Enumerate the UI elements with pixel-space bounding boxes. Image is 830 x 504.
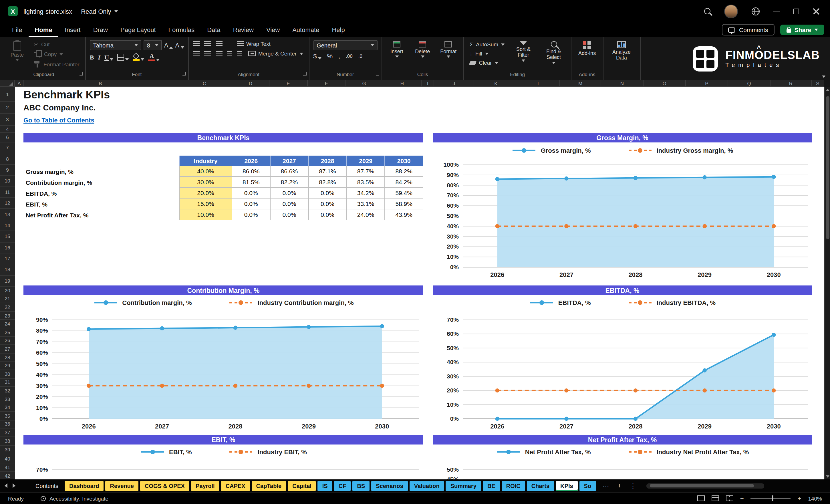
fill-button[interactable]: ↓Fill — [468, 50, 506, 57]
sheet-tab-be[interactable]: BE — [483, 481, 500, 491]
row-header-29[interactable]: 29 — [0, 362, 15, 370]
column-header-b[interactable]: B — [24, 80, 177, 86]
row-header-2[interactable]: 2 — [0, 102, 15, 114]
copy-button[interactable]: Copy — [32, 50, 81, 58]
column-header-e[interactable]: E — [269, 80, 308, 86]
select-all-corner[interactable] — [0, 80, 15, 87]
borders-button[interactable] — [118, 54, 129, 60]
zoom-slider[interactable] — [751, 498, 791, 499]
row-header-38[interactable]: 38 — [0, 437, 15, 446]
kpi-industry-cell[interactable]: 40.0% — [179, 166, 232, 177]
shrink-font-button[interactable]: A — [175, 42, 184, 49]
insert-cells-button[interactable]: Insert — [386, 40, 408, 59]
zoom-out-button[interactable]: − — [740, 495, 744, 502]
kpi-value-cell[interactable]: 34.2% — [347, 188, 385, 198]
row-header-6[interactable]: 6 — [0, 133, 15, 143]
row-header-16[interactable]: 16 — [0, 242, 15, 253]
column-header-i[interactable]: I — [422, 80, 434, 86]
row-header-14[interactable]: 14 — [0, 220, 15, 231]
chevron-down-icon[interactable] — [115, 10, 118, 12]
add-sheet-button[interactable]: + — [616, 482, 623, 489]
sort-filter-button[interactable]: Sort & Filter — [510, 40, 537, 63]
ribbon-tab-page-layout[interactable]: Page Layout — [114, 22, 162, 37]
row-header-40[interactable]: 40 — [0, 454, 15, 463]
kpi-value-cell[interactable]: 87.1% — [309, 166, 347, 177]
kpi-value-cell[interactable]: 0.0% — [270, 209, 309, 220]
row-header-20[interactable]: 20 — [0, 287, 15, 295]
kpi-value-cell[interactable]: 0.0% — [232, 209, 270, 220]
paste-button[interactable]: Paste — [6, 40, 28, 63]
kpi-industry-cell[interactable]: 15.0% — [179, 198, 232, 209]
zoom-in-button[interactable]: + — [798, 495, 801, 502]
toc-link[interactable]: Go to Table of Contents — [24, 117, 94, 124]
kpi-value-cell[interactable]: 84.2% — [385, 177, 423, 188]
dialog-launcher-icon[interactable] — [79, 72, 83, 75]
sheet-tab-contents[interactable]: Contents — [31, 481, 63, 491]
row-header-35[interactable]: 35 — [0, 412, 15, 420]
align-right-icon[interactable] — [215, 51, 222, 56]
font-family-combo[interactable]: Tahoma — [90, 40, 141, 50]
bold-button[interactable]: B — [90, 54, 94, 60]
column-header-h[interactable]: H — [383, 80, 422, 86]
sheet-canvas[interactable]: Benchmark KPIs ABC Company Inc. Go to Ta… — [15, 87, 824, 479]
ribbon-tab-automate[interactable]: Automate — [286, 22, 325, 37]
kpi-industry-cell[interactable]: 30.0% — [179, 177, 232, 188]
column-header-f[interactable]: F — [308, 80, 346, 86]
row-header-31[interactable]: 31 — [0, 378, 15, 387]
align-left-icon[interactable] — [192, 51, 199, 56]
avatar[interactable] — [724, 4, 738, 18]
number-format-combo[interactable]: General — [313, 40, 377, 50]
sheet-tab-revenue[interactable]: Revenue — [105, 481, 138, 491]
scroll-up-icon[interactable] — [826, 89, 829, 91]
row-header-15[interactable]: 15 — [0, 231, 15, 242]
format-painter-button[interactable]: Format Painter — [32, 60, 81, 68]
kpi-value-cell[interactable]: 0.0% — [309, 209, 347, 220]
row-header-37[interactable]: 37 — [0, 429, 15, 437]
row-header-19[interactable]: 19 — [0, 276, 15, 287]
zoom-slider-thumb[interactable] — [772, 496, 774, 501]
column-header-s[interactable]: S — [812, 80, 824, 86]
close-button[interactable] — [813, 8, 820, 14]
row-header-21[interactable]: 21 — [0, 295, 15, 303]
dialog-launcher-icon[interactable] — [303, 72, 306, 75]
ribbon-tab-home[interactable]: Home — [28, 22, 58, 37]
sheet-tab-captable[interactable]: CapTable — [252, 481, 286, 491]
globe-icon[interactable] — [752, 7, 760, 15]
autosum-button[interactable]: ΣAutoSum — [468, 41, 506, 48]
vertical-scrollbar-thumb[interactable] — [826, 96, 829, 239]
sheet-tab-cf[interactable]: CF — [334, 481, 351, 491]
sheet-tab-payroll[interactable]: Payroll — [191, 481, 219, 491]
search-icon[interactable] — [704, 8, 710, 14]
column-header-g[interactable]: G — [346, 80, 383, 86]
scroll-down-icon[interactable] — [826, 475, 829, 478]
column-header-n[interactable]: N — [601, 80, 643, 86]
sheet-tab-is[interactable]: IS — [318, 481, 332, 491]
row-header-17[interactable]: 17 — [0, 253, 15, 264]
horizontal-scrollbar[interactable] — [646, 483, 764, 488]
align-bottom-icon[interactable] — [215, 41, 222, 46]
grow-font-button[interactable]: A — [164, 42, 173, 49]
sheet-tab-cogs-opex[interactable]: COGS & OPEX — [140, 481, 189, 491]
format-cells-button[interactable]: Format — [437, 40, 459, 59]
sheet-tab-overflow-button[interactable]: ⋯ — [601, 482, 611, 490]
row-header-13[interactable]: 13 — [0, 209, 15, 220]
clear-button[interactable]: Clear — [468, 59, 506, 66]
fill-color-button[interactable] — [133, 54, 145, 60]
row-header-1[interactable]: 1 — [0, 87, 15, 102]
sheet-tab-capex[interactable]: CAPEX — [221, 481, 250, 491]
share-button[interactable]: Share — [780, 25, 824, 35]
kpi-industry-cell[interactable]: 10.0% — [179, 209, 232, 220]
normal-view-icon[interactable] — [697, 496, 705, 501]
sheet-tab-summary[interactable]: Summary — [446, 481, 481, 491]
kpi-value-cell[interactable]: 83.5% — [347, 177, 385, 188]
ribbon-collapse-chevron[interactable] — [822, 75, 825, 78]
ribbon-tab-view[interactable]: View — [260, 22, 286, 37]
row-header-36[interactable]: 36 — [0, 420, 15, 429]
zoom-level[interactable]: 140% — [808, 495, 822, 501]
row-header-25[interactable]: 25 — [0, 328, 15, 337]
sheet-tab-kpis[interactable]: KPIs — [556, 481, 577, 491]
sheet-tab-roic[interactable]: ROIC — [502, 481, 525, 491]
vertical-scrollbar[interactable] — [824, 87, 830, 479]
ribbon-tab-data[interactable]: Data — [201, 22, 227, 37]
page-layout-view-icon[interactable] — [711, 496, 719, 501]
